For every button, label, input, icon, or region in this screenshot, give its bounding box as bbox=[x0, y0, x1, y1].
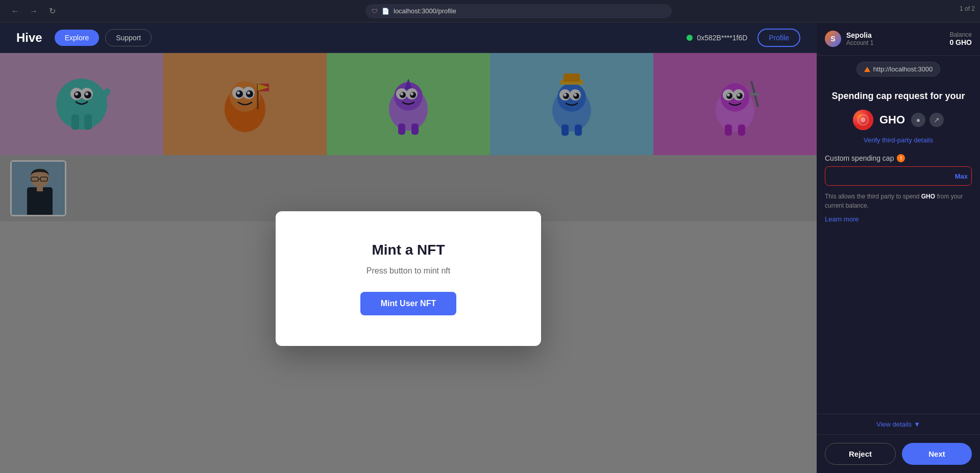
max-button[interactable]: Max bbox=[955, 172, 968, 180]
mint-nft-button[interactable]: Mint User NFT bbox=[360, 292, 456, 315]
reject-button[interactable]: Reject bbox=[825, 443, 896, 465]
svg-point-63 bbox=[861, 117, 866, 122]
learn-more-link[interactable]: Learn more bbox=[825, 215, 859, 223]
next-button[interactable]: Next bbox=[902, 443, 972, 465]
account-name: Sepolia bbox=[846, 31, 873, 39]
balance-value: 0 GHO bbox=[949, 38, 972, 46]
back-button[interactable]: ← bbox=[8, 4, 22, 18]
wallet-status-dot bbox=[687, 35, 693, 41]
token-row: GHO ● ↗ bbox=[825, 110, 972, 130]
browser-nav: ← → ↻ bbox=[8, 4, 59, 18]
gho-logo bbox=[853, 110, 873, 130]
mint-modal: Mint a NFT Press button to mint nft Mint… bbox=[276, 211, 541, 346]
gho-logo-svg bbox=[853, 110, 873, 130]
support-button[interactable]: Support bbox=[105, 29, 152, 46]
security-icon: 🛡 bbox=[372, 8, 378, 15]
metamask-header: S Sepolia Account 1 Balance 0 GHO bbox=[817, 22, 980, 56]
content-area: Hive Explore Support 0x582B****1f6D Prof… bbox=[0, 22, 817, 473]
token-external-icon[interactable]: ↗ bbox=[929, 113, 944, 127]
address-bar[interactable]: 🛡 📄 localhost:3000/profile bbox=[365, 4, 672, 18]
main-layout: Hive Explore Support 0x582B****1f6D Prof… bbox=[0, 22, 980, 473]
origin-url: http://localhost:3000 bbox=[873, 65, 933, 73]
spending-cap-title: Spending cap request for your bbox=[825, 91, 972, 102]
balance-label: Balance bbox=[949, 31, 972, 38]
forward-button[interactable]: → bbox=[27, 4, 41, 18]
reload-button[interactable]: ↻ bbox=[45, 4, 59, 18]
origin-badge: http://localhost:3000 bbox=[856, 62, 940, 77]
chevron-down-icon: ▼ bbox=[914, 420, 920, 428]
page-counter: 1 of 2 bbox=[960, 5, 975, 12]
token-icons: ● ↗ bbox=[911, 113, 944, 127]
modal-overlay: Mint a NFT Press button to mint nft Mint… bbox=[0, 53, 817, 473]
spending-description: This allows the third party to spend GHO… bbox=[825, 192, 972, 210]
view-details-button[interactable]: View details ▼ bbox=[825, 420, 972, 428]
content-background: Mint a NFT Press button to mint nft Mint… bbox=[0, 53, 817, 473]
warning-icon: ! bbox=[897, 154, 905, 162]
modal-title: Mint a NFT bbox=[316, 242, 500, 258]
page-icon: 📄 bbox=[382, 8, 389, 15]
explore-button[interactable]: Explore bbox=[55, 30, 99, 46]
wallet-address-text: 0x582B****1f6D bbox=[697, 34, 747, 42]
balance-info: Balance 0 GHO bbox=[949, 31, 972, 46]
profile-button[interactable]: Profile bbox=[757, 29, 800, 47]
spending-cap-input[interactable] bbox=[825, 166, 972, 186]
account-info: S Sepolia Account 1 bbox=[825, 31, 873, 47]
metamask-logo-triangle bbox=[864, 67, 870, 72]
metamask-content: Spending cap request for your bbox=[817, 83, 980, 414]
token-name: GHO bbox=[879, 113, 905, 127]
url-text: localhost:3000/profile bbox=[394, 7, 456, 15]
wallet-address: 0x582B****1f6D bbox=[687, 34, 747, 42]
verify-link[interactable]: Verify third-party details bbox=[825, 136, 972, 144]
account-sub: Account 1 bbox=[846, 39, 873, 46]
app-header: Hive Explore Support 0x582B****1f6D Prof… bbox=[0, 22, 817, 53]
spending-cap-input-wrapper: Max bbox=[825, 166, 972, 186]
metamask-panel: 1 of 2 S Sepolia Account 1 Balance 0 GHO… bbox=[817, 22, 980, 473]
browser-chrome: ← → ↻ 🛡 📄 localhost:3000/profile bbox=[0, 0, 980, 22]
modal-subtitle: Press button to mint nft bbox=[316, 266, 500, 276]
app-logo: Hive bbox=[16, 31, 42, 45]
spending-cap-label: Custom spending cap ! bbox=[825, 154, 972, 162]
view-details-section: View details ▼ bbox=[817, 414, 980, 434]
origin-section: http://localhost:3000 bbox=[817, 56, 980, 83]
metamask-footer: Reject Next bbox=[817, 434, 980, 473]
token-info-icon[interactable]: ● bbox=[911, 113, 925, 127]
account-avatar: S bbox=[825, 31, 841, 47]
